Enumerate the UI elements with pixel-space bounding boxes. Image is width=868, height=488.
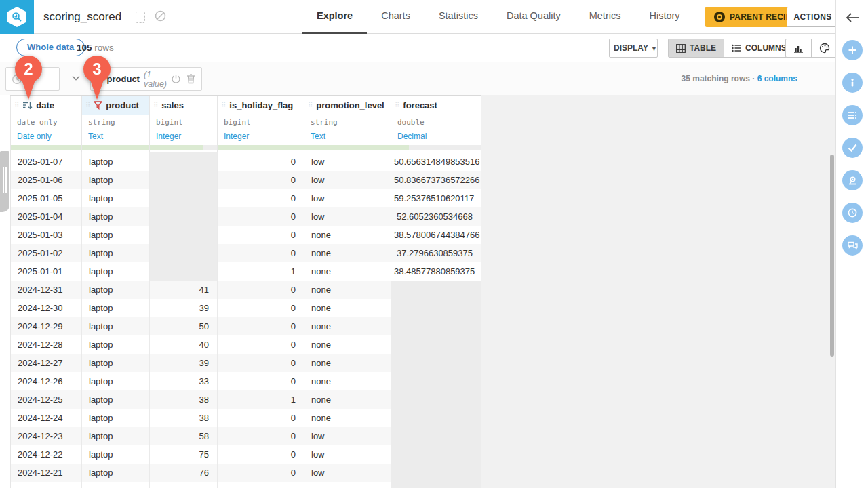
tab-metrics[interactable]: Metrics (575, 0, 635, 34)
table-cell[interactable]: low (304, 482, 391, 488)
table-cell[interactable]: 0 (218, 317, 304, 336)
table-cell[interactable]: 2024-12-31 (10, 281, 82, 299)
table-cell[interactable]: laptop (82, 445, 150, 464)
table-cell[interactable]: 0 (218, 207, 304, 226)
table-cell[interactable]: 2024-12-26 (10, 372, 82, 390)
timeline-button[interactable] (842, 203, 863, 223)
table-cell[interactable] (391, 299, 481, 317)
table-cell[interactable]: none (304, 372, 391, 390)
table-cell[interactable]: 38 (150, 390, 218, 409)
table-cell[interactable] (391, 390, 481, 409)
table-cell[interactable]: low (304, 152, 391, 171)
table-cell[interactable]: 58 (150, 482, 218, 488)
table-cell[interactable]: 0 (218, 189, 304, 207)
table-cell[interactable]: 33 (150, 372, 218, 390)
table-cell[interactable]: 39 (150, 299, 218, 317)
data-quality-status-button[interactable] (842, 138, 863, 158)
table-cell[interactable] (391, 372, 481, 390)
column-header-sales[interactable]: ⠿salesbigintInteger (150, 96, 218, 152)
table-cell[interactable]: laptop (82, 226, 150, 244)
table-cell[interactable] (391, 354, 481, 372)
table-cell[interactable]: 0 (218, 299, 304, 317)
table-cell[interactable]: 41 (150, 281, 218, 299)
table-cell[interactable]: 0 (218, 464, 304, 482)
table-cell[interactable] (391, 482, 481, 488)
table-cell[interactable]: 1 (218, 262, 304, 281)
table-cell[interactable]: 0 (218, 372, 304, 390)
table-cell[interactable]: 2024-12-29 (10, 317, 82, 336)
table-cell[interactable]: laptop (82, 171, 150, 189)
columns-view-button[interactable]: COLUMNS (724, 39, 794, 57)
table-cell[interactable]: laptop (82, 336, 150, 354)
copy-icon[interactable] (136, 12, 145, 23)
add-button[interactable] (842, 40, 863, 60)
delete-filter-icon[interactable] (186, 74, 195, 84)
table-cell[interactable] (150, 262, 218, 281)
table-cell[interactable]: 39 (150, 354, 218, 372)
table-cell[interactable] (391, 336, 481, 354)
drag-handle-icon[interactable]: ⠿ (308, 102, 313, 108)
schema-button[interactable] (842, 105, 863, 125)
slash-circle-icon[interactable] (155, 10, 166, 22)
table-cell[interactable]: 2024-12-23 (10, 427, 82, 445)
table-cell[interactable]: laptop (82, 207, 150, 226)
collapse-panel-arrow-icon[interactable] (845, 11, 860, 24)
table-cell[interactable]: 0 (218, 445, 304, 464)
table-cell[interactable] (150, 207, 218, 226)
table-cell[interactable]: 0 (218, 171, 304, 189)
tab-data-quality[interactable]: Data Quality (492, 0, 575, 34)
table-cell[interactable]: 0 (218, 152, 304, 171)
table-cell[interactable]: 2024-12-27 (10, 354, 82, 372)
column-header-product[interactable]: ⠿productstringText (82, 96, 150, 152)
table-cell[interactable]: laptop (82, 390, 150, 409)
table-cell[interactable]: laptop (82, 409, 150, 427)
table-cell[interactable]: none (304, 409, 391, 427)
display-dropdown-button[interactable]: DISPLAY▼ (609, 39, 658, 58)
table-cell[interactable]: low (304, 445, 391, 464)
table-cell[interactable]: none (304, 299, 391, 317)
column-meaning-link[interactable]: Text (82, 129, 149, 142)
table-cell[interactable]: laptop (82, 262, 150, 281)
tab-charts[interactable]: Charts (367, 0, 425, 34)
table-cell[interactable]: low (304, 207, 391, 226)
table-cell[interactable]: 58 (150, 427, 218, 445)
lab-button[interactable] (842, 170, 863, 190)
table-cell[interactable] (391, 409, 481, 427)
table-cell[interactable]: 0 (218, 427, 304, 445)
table-cell[interactable]: 2025-01-05 (10, 189, 82, 207)
table-cell[interactable]: laptop (82, 427, 150, 445)
table-cell[interactable] (150, 171, 218, 189)
table-cell[interactable]: none (304, 354, 391, 372)
table-cell[interactable]: 2025-01-01 (10, 262, 82, 281)
table-cell[interactable]: 0 (218, 244, 304, 262)
table-cell[interactable]: 2024-12-24 (10, 409, 82, 427)
table-cell[interactable]: laptop (82, 244, 150, 262)
discussions-button[interactable] (842, 235, 863, 256)
table-cell[interactable]: 50 (150, 317, 218, 336)
column-meaning-link[interactable]: Decimal (391, 129, 481, 142)
drag-handle-icon[interactable]: ⠿ (221, 102, 226, 108)
table-cell[interactable]: 0 (218, 354, 304, 372)
table-cell[interactable]: 0 (218, 336, 304, 354)
sample-settings-button[interactable]: Whole data (16, 39, 85, 56)
table-cell[interactable]: 0 (218, 226, 304, 244)
table-cell[interactable]: 40 (150, 336, 218, 354)
table-cell[interactable]: none (304, 226, 391, 244)
table-cell[interactable]: none (304, 281, 391, 299)
drag-handle-icon[interactable]: ⠿ (153, 102, 158, 108)
table-cell[interactable]: laptop (82, 372, 150, 390)
column-meaning-link[interactable]: Text (304, 129, 391, 142)
table-cell[interactable]: 50.836673736572266 (391, 171, 481, 189)
column-header-promotion_level[interactable]: ⠿promotion_levelstringText (304, 96, 391, 152)
table-cell[interactable] (150, 244, 218, 262)
table-cell[interactable]: 59.25376510620117 (391, 189, 481, 207)
table-cell[interactable]: 0 (218, 482, 304, 488)
table-view-button[interactable]: TABLE (669, 39, 724, 57)
tab-history[interactable]: History (635, 0, 694, 34)
table-cell[interactable]: 0 (218, 281, 304, 299)
table-cell[interactable]: low (304, 171, 391, 189)
table-cell[interactable] (391, 317, 481, 336)
table-cell[interactable] (391, 445, 481, 464)
table-cell[interactable]: 38 (150, 409, 218, 427)
drag-handle-icon[interactable]: ⠿ (14, 102, 19, 108)
